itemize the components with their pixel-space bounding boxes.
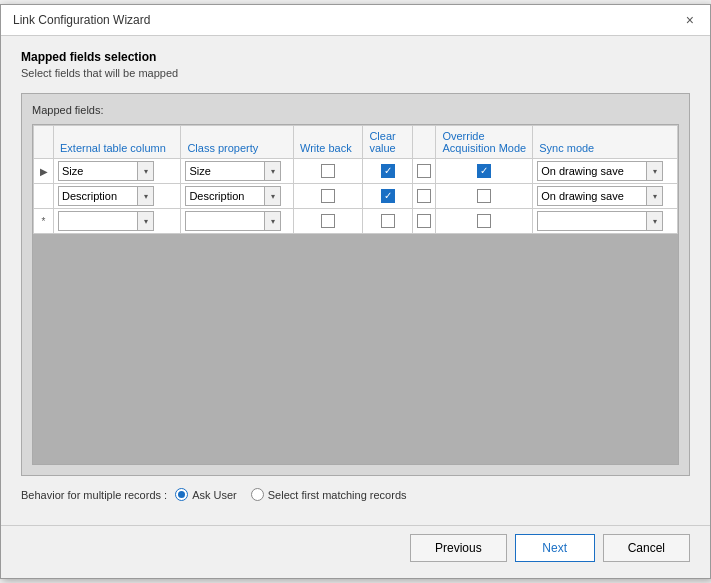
row3-syncmode-select[interactable]: ▾ <box>537 211 673 231</box>
row2-override-cell <box>436 184 533 209</box>
col-writeback: Write back <box>293 126 362 159</box>
row2-external-cell: ▾ <box>54 184 181 209</box>
row1-class-select[interactable]: ▾ <box>185 161 289 181</box>
row1-syncmode-input[interactable] <box>537 161 647 181</box>
row3-override-checkbox[interactable] <box>477 214 491 228</box>
mapped-fields-section: Mapped fields: External table column Cla… <box>21 93 690 476</box>
row2-clearvalue-checkbox[interactable] <box>381 189 395 203</box>
row2-external-dropdown[interactable]: ▾ <box>138 186 154 206</box>
row3-external-cell: ▾ <box>54 209 181 234</box>
row1-clearvalue-checkbox[interactable] <box>381 164 395 178</box>
row3-class-input[interactable] <box>185 211 265 231</box>
col-indicator <box>34 126 54 159</box>
fields-table-wrapper: External table column Class property Wri… <box>32 124 679 465</box>
title-bar: Link Configuration Wizard × <box>1 5 710 36</box>
table-header-row: External table column Class property Wri… <box>34 126 678 159</box>
row1-extra-checkbox[interactable] <box>417 164 431 178</box>
row2-class-cell: ▾ <box>181 184 294 209</box>
radio-ask-user-label: Ask User <box>192 489 237 501</box>
row1-syncmode-cell: ▾ <box>533 159 678 184</box>
section-subtitle: Select fields that will be mapped <box>21 67 690 79</box>
col-class: Class property <box>181 126 294 159</box>
row3-external-input[interactable] <box>58 211 138 231</box>
row2-writeback-checkbox[interactable] <box>321 189 335 203</box>
dialog-title: Link Configuration Wizard <box>13 13 150 27</box>
col-syncmode: Sync mode <box>533 126 678 159</box>
section-title: Mapped fields selection <box>21 50 690 64</box>
row1-override-cell <box>436 159 533 184</box>
row1-external-dropdown[interactable]: ▾ <box>138 161 154 181</box>
row1-syncmode-select[interactable]: ▾ <box>537 161 673 181</box>
row2-syncmode-select[interactable]: ▾ <box>537 186 673 206</box>
row1-external-cell: ▾ <box>54 159 181 184</box>
close-button[interactable]: × <box>682 13 698 27</box>
row3-extra-checkbox[interactable] <box>417 214 431 228</box>
previous-button[interactable]: Previous <box>410 534 507 562</box>
row2-writeback-cell <box>293 184 362 209</box>
col-extra <box>413 126 436 159</box>
row1-writeback-checkbox[interactable] <box>321 164 335 178</box>
row2-override-checkbox[interactable] <box>477 189 491 203</box>
row3-syncmode-cell: ▾ <box>533 209 678 234</box>
row1-class-dropdown[interactable]: ▾ <box>265 161 281 181</box>
row3-clearvalue-checkbox[interactable] <box>381 214 395 228</box>
radio-select-first-circle <box>251 488 264 501</box>
row3-writeback-checkbox[interactable] <box>321 214 335 228</box>
row3-syncmode-input[interactable] <box>537 211 647 231</box>
table-row: ▶ ▾ ▾ <box>34 159 678 184</box>
row-indicator-1: ▶ <box>34 159 54 184</box>
next-button[interactable]: Next <box>515 534 595 562</box>
row3-external-dropdown[interactable]: ▾ <box>138 211 154 231</box>
cancel-button[interactable]: Cancel <box>603 534 690 562</box>
row3-external-select[interactable]: ▾ <box>58 211 176 231</box>
row2-class-dropdown[interactable]: ▾ <box>265 186 281 206</box>
radio-ask-user[interactable]: Ask User <box>175 488 237 501</box>
row3-class-cell: ▾ <box>181 209 294 234</box>
row2-syncmode-dropdown[interactable]: ▾ <box>647 186 663 206</box>
radio-ask-user-circle <box>175 488 188 501</box>
button-row: Previous Next Cancel <box>1 525 710 578</box>
row2-clearvalue-cell <box>363 184 413 209</box>
row2-syncmode-cell: ▾ <box>533 184 678 209</box>
row2-extra-cell <box>413 184 436 209</box>
content-area: Mapped fields selection Select fields th… <box>1 36 710 525</box>
row1-override-checkbox[interactable] <box>477 164 491 178</box>
row2-external-select[interactable]: ▾ <box>58 186 176 206</box>
row1-extra-cell <box>413 159 436 184</box>
row1-class-cell: ▾ <box>181 159 294 184</box>
mapped-fields-label: Mapped fields: <box>32 104 679 116</box>
row2-class-select[interactable]: ▾ <box>185 186 289 206</box>
row1-writeback-cell <box>293 159 362 184</box>
row1-syncmode-dropdown[interactable]: ▾ <box>647 161 663 181</box>
table-row: ▾ ▾ <box>34 184 678 209</box>
row-indicator-2 <box>34 184 54 209</box>
row2-extra-checkbox[interactable] <box>417 189 431 203</box>
row3-writeback-cell <box>293 209 362 234</box>
row2-syncmode-input[interactable] <box>537 186 647 206</box>
row2-external-input[interactable] <box>58 186 138 206</box>
empty-table-area <box>33 234 678 464</box>
col-override: OverrideAcquisition Mode <box>436 126 533 159</box>
row1-external-select[interactable]: ▾ <box>58 161 176 181</box>
row3-extra-cell <box>413 209 436 234</box>
row1-clearvalue-cell <box>363 159 413 184</box>
dialog-window: Link Configuration Wizard × Mapped field… <box>0 4 711 579</box>
behavior-section: Behavior for multiple records : Ask User… <box>21 488 690 501</box>
col-external: External table column <box>54 126 181 159</box>
row3-class-select[interactable]: ▾ <box>185 211 289 231</box>
row-indicator-3: * <box>34 209 54 234</box>
row2-class-input[interactable] <box>185 186 265 206</box>
row3-clearvalue-cell <box>363 209 413 234</box>
fields-table: External table column Class property Wri… <box>33 125 678 234</box>
behavior-radio-group: Ask User Select first matching records <box>175 488 406 501</box>
row3-syncmode-dropdown[interactable]: ▾ <box>647 211 663 231</box>
radio-select-first-label: Select first matching records <box>268 489 407 501</box>
row1-class-input[interactable] <box>185 161 265 181</box>
row1-external-input[interactable] <box>58 161 138 181</box>
behavior-label: Behavior for multiple records : <box>21 489 167 501</box>
col-clearvalue: Clearvalue <box>363 126 413 159</box>
row3-override-cell <box>436 209 533 234</box>
row3-class-dropdown[interactable]: ▾ <box>265 211 281 231</box>
radio-select-first[interactable]: Select first matching records <box>251 488 407 501</box>
table-row: * ▾ ▾ <box>34 209 678 234</box>
